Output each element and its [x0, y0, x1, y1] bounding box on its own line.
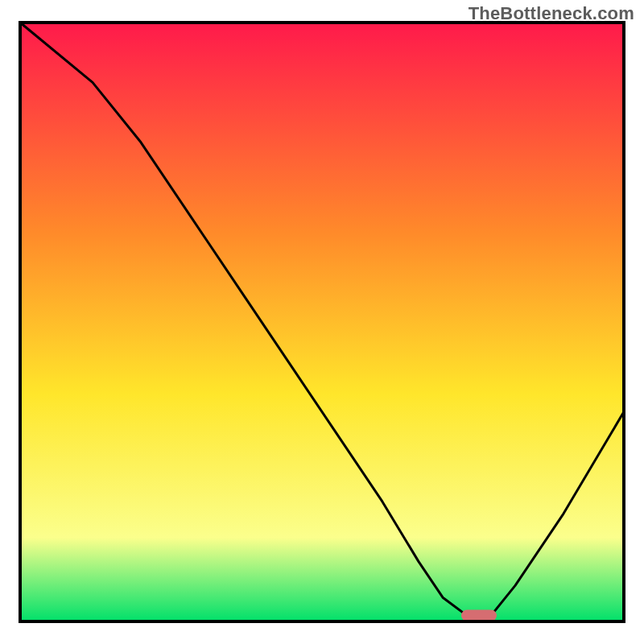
- optimal-marker: [461, 610, 497, 621]
- bottleneck-chart: [0, 0, 644, 644]
- chart-container: TheBottleneck.com: [0, 0, 644, 644]
- watermark-text: TheBottleneck.com: [469, 3, 634, 24]
- gradient-background: [20, 23, 624, 621]
